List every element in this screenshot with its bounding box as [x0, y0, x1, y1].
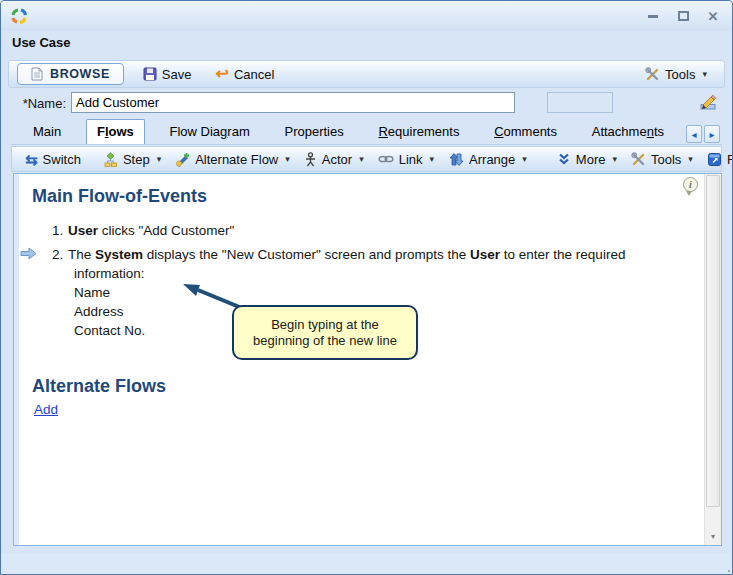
- tools-icon: [645, 67, 660, 82]
- maximize-button[interactable]: [676, 9, 690, 23]
- main-flow-heading: Main Flow-of-Events: [32, 186, 207, 207]
- arrow-right-icon: ▸: [709, 129, 714, 140]
- chevron-down-icon: ▾: [430, 154, 435, 164]
- document-icon: [31, 67, 43, 81]
- tab-scroll-right-button[interactable]: ▸: [704, 125, 720, 143]
- name-input[interactable]: [71, 92, 515, 113]
- maximize-icon: [678, 11, 689, 21]
- use-case-window: ✕ Use Case BROWSE Save ↩ Cancel: [0, 0, 733, 575]
- link-icon: [378, 153, 394, 165]
- tools-label: Tools: [665, 67, 695, 82]
- chevron-down-icon: ▾: [285, 154, 290, 164]
- browse-label: BROWSE: [50, 67, 110, 81]
- tools-dropdown-button[interactable]: Tools ▾: [636, 63, 716, 85]
- required-field-line: Contact No.: [74, 323, 145, 338]
- chevron-down-icon: ▾: [702, 69, 707, 79]
- tab-properties[interactable]: Properties: [274, 120, 353, 144]
- tab-requirements[interactable]: Requirements: [368, 120, 469, 144]
- save-button[interactable]: Save: [134, 63, 201, 85]
- title-bar: ✕: [1, 1, 732, 31]
- scrollbar-down-button[interactable]: ▾: [706, 529, 720, 544]
- alternate-flows-heading: Alternate Flows: [32, 376, 166, 397]
- step-dropdown-button[interactable]: Step ▾: [96, 149, 168, 170]
- app-logo-icon: [9, 6, 29, 26]
- resize-grip[interactable]: [724, 566, 726, 568]
- name-secondary-field[interactable]: [547, 92, 613, 113]
- link-dropdown-button[interactable]: Link ▾: [371, 149, 441, 170]
- status-bar: [1, 553, 732, 574]
- name-field-label: *Name:: [9, 96, 66, 111]
- tab-attachments[interactable]: Attachments: [582, 120, 674, 144]
- tab-comments[interactable]: Comments: [484, 120, 567, 144]
- flow-tools-dropdown-button[interactable]: Tools ▾: [624, 149, 700, 170]
- full-screen-icon: [707, 152, 722, 167]
- double-chevron-down-icon: [557, 152, 571, 166]
- window-controls: ✕: [646, 8, 720, 24]
- chevron-down-icon: ▾: [359, 154, 364, 164]
- tab-main[interactable]: Main: [23, 120, 71, 144]
- tools-icon: [631, 152, 646, 167]
- flow-toolbar: ⇆ Switch Step ▾ Alternate Flow ▾: [11, 146, 722, 172]
- more-dropdown-button[interactable]: More ▾: [550, 149, 624, 170]
- cancel-button[interactable]: ↩ Cancel: [207, 63, 284, 85]
- edit-name-button[interactable]: [696, 90, 719, 113]
- chevron-down-icon: ▾: [688, 154, 693, 164]
- required-field-line: Address: [74, 304, 124, 319]
- switch-icon: ⇆: [25, 153, 38, 166]
- tab-flow-diagram[interactable]: Flow Diagram: [160, 120, 260, 144]
- chevron-down-icon: ▾: [157, 154, 162, 164]
- scrollbar-thumb[interactable]: [706, 175, 720, 507]
- current-step-arrow-icon: [20, 247, 37, 260]
- flow-step-1: 1.User clicks "Add Customer": [52, 221, 712, 240]
- arrange-dropdown-button[interactable]: Arrange ▾: [441, 149, 534, 170]
- save-icon: [143, 67, 157, 81]
- switch-button[interactable]: ⇆ Switch: [18, 149, 88, 170]
- chevron-down-icon: ▾: [522, 154, 527, 164]
- save-label: Save: [162, 67, 192, 82]
- full-screen-button[interactable]: Full Screen: [700, 149, 733, 170]
- tab-scroll-left-button[interactable]: ◂: [686, 125, 702, 143]
- close-button[interactable]: ✕: [706, 9, 720, 23]
- chevron-down-icon: ▾: [612, 154, 617, 164]
- minimize-icon: [648, 15, 658, 18]
- add-alternate-flow-link[interactable]: Add: [34, 402, 58, 417]
- cancel-label: Cancel: [234, 67, 274, 82]
- alternate-flow-dropdown-button[interactable]: Alternate Flow ▾: [168, 149, 297, 170]
- editor-left-margin: [14, 174, 19, 545]
- page-title: Use Case: [12, 35, 71, 50]
- cancel-arrow-icon: ↩: [216, 67, 229, 81]
- actor-dropdown-button[interactable]: Actor ▾: [297, 149, 371, 170]
- arrange-icon: [448, 152, 464, 167]
- actor-icon: [304, 152, 317, 167]
- flow-editor-panel: i Main Flow-of-Events 1.User clicks "Add…: [13, 173, 722, 546]
- tab-bar: Main Flows Flow Diagram Properties Requi…: [11, 120, 722, 145]
- pencil-ruler-icon: [698, 92, 718, 112]
- info-icon[interactable]: i: [683, 177, 698, 192]
- browse-button[interactable]: BROWSE: [17, 63, 124, 85]
- arrow-left-icon: ◂: [691, 129, 696, 140]
- vertical-scrollbar[interactable]: ▾: [704, 174, 721, 545]
- required-field-line: Name: [74, 285, 110, 300]
- step-icon: [103, 152, 118, 167]
- alternate-flow-icon: [175, 152, 190, 167]
- tab-flows[interactable]: Flows: [86, 119, 145, 144]
- minimize-button[interactable]: [646, 9, 660, 23]
- callout-tooltip: Begin typing at the beginning of the new…: [232, 305, 418, 360]
- main-toolbar: BROWSE Save ↩ Cancel Tools ▾: [8, 60, 725, 88]
